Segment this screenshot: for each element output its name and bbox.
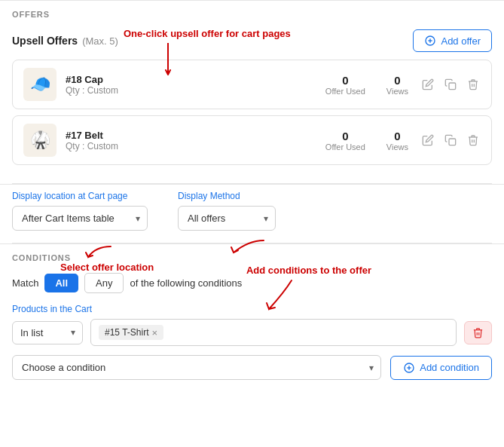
add-condition-icon (403, 362, 415, 374)
offer-item-2: 🥋 #17 Belt Qty : Custom 0 Offer Used 0 V… (12, 115, 492, 165)
trash-icon-1 (467, 78, 479, 90)
copy-icon-1 (444, 78, 457, 90)
match-any-button[interactable]: Any (84, 273, 124, 293)
display-location-select[interactable]: After Cart Items table Before Cart Items… (12, 206, 148, 231)
add-offer-icon (424, 35, 436, 47)
offers-max-label: (Max. 5) (82, 35, 118, 47)
trash-icon-2 (467, 134, 479, 146)
svg-rect-3 (449, 83, 456, 90)
display-method-label: Display Method (178, 191, 276, 201)
display-location-select-wrap[interactable]: After Cart Items table Before Cart Items… (12, 206, 148, 231)
annotation-conditions-text: Add conditions to the offer (246, 265, 371, 276)
delete-condition-icon (472, 327, 484, 338)
display-location-label: Display location at Cart page (12, 191, 148, 201)
offers-title: Upsell Offers (12, 35, 78, 47)
delete-condition-button[interactable] (464, 321, 492, 344)
tag-label-1: #15 T-Shirt (105, 327, 148, 338)
annotation-location-text: Select offer location (60, 262, 154, 273)
annotation-arrow-1 (157, 43, 179, 81)
add-condition-button[interactable]: Add condition (390, 356, 492, 380)
annotation-one-click: One-click upsell offer for cart pages (124, 28, 291, 39)
in-list-select-wrap[interactable]: In list Not in list ▾ (12, 321, 83, 344)
annotation-arrow-location (73, 243, 118, 262)
add-offer-button[interactable]: Add offer (413, 29, 492, 52)
delete-offer-1-button[interactable] (466, 77, 481, 92)
offer-name-2: #17 Belt (66, 130, 325, 141)
offers-section-header: OFFERS (0, 0, 504, 23)
offer-image-2: 🥋 (23, 124, 57, 157)
condition-row: In list Not in list ▾ #15 T-Shirt × (12, 319, 492, 346)
annotation-arrow-conditions (246, 277, 307, 315)
offer-info-1: #18 Cap Qty : Custom (66, 74, 325, 96)
tag-item-1: #15 T-Shirt × (99, 325, 163, 340)
offer-qty-1: Qty : Custom (66, 85, 325, 96)
annotation-conditions-wrap: Add conditions to the offer (246, 265, 371, 315)
offer-qty-2: Qty : Custom (66, 141, 325, 152)
svg-rect-4 (449, 139, 456, 145)
edit-icon-1 (422, 78, 434, 90)
edit-offer-2-button[interactable] (420, 133, 435, 148)
annotation-arrow-method (218, 237, 279, 260)
product-tags-input[interactable]: #15 T-Shirt × (90, 319, 457, 346)
offer-used-stat-1: 0 Offer Used (325, 74, 365, 96)
choose-condition-select[interactable]: Choose a condition Products in the Cart … (12, 355, 381, 380)
offer-stats-2: 0 Offer Used 0 Views (325, 130, 408, 152)
offer-used-stat-2: 0 Offer Used (325, 130, 365, 152)
offer-item-1: 🧢 #18 Cap Qty : Custom 0 Offer Used 0 Vi… (12, 60, 492, 109)
offer-name-1: #18 Cap (66, 74, 325, 85)
offer-info-2: #17 Belt Qty : Custom (66, 130, 325, 152)
edit-icon-2 (422, 134, 434, 146)
tag-remove-1[interactable]: × (151, 328, 157, 338)
match-all-button[interactable]: All (44, 274, 78, 292)
display-method-select[interactable]: All offers Single offer Random offer (178, 206, 276, 231)
of-following-label: of the following conditions (130, 277, 242, 289)
offer-actions-1 (420, 77, 481, 92)
offer-actions-2 (420, 133, 481, 148)
add-condition-row: Choose a condition Products in the Cart … (12, 355, 492, 380)
duplicate-offer-1-button[interactable] (443, 77, 458, 92)
offer-stats-1: 0 Offer Used 0 Views (325, 74, 408, 96)
display-method-select-wrap[interactable]: All offers Single offer Random offer ▾ (178, 206, 276, 231)
choose-condition-wrap[interactable]: Choose a condition Products in the Cart … (12, 355, 381, 380)
annotation-location-wrap: Select offer location (38, 243, 154, 273)
duplicate-offer-2-button[interactable] (443, 133, 458, 148)
offer-image-1: 🧢 (23, 68, 57, 101)
offer-views-stat-1: 0 Views (386, 74, 408, 96)
in-list-select[interactable]: In list Not in list (12, 321, 83, 344)
edit-offer-1-button[interactable] (420, 77, 435, 92)
match-label: Match (12, 277, 38, 289)
delete-offer-2-button[interactable] (466, 133, 481, 148)
offer-views-stat-2: 0 Views (386, 130, 408, 152)
copy-icon-2 (444, 134, 457, 146)
